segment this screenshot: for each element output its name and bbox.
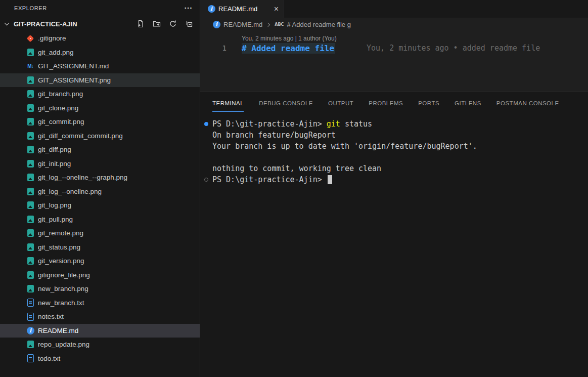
breadcrumb: README.md ABC # Added readme file g <box>200 18 588 31</box>
line-number: 1 <box>200 44 242 52</box>
file-label: git_init.png <box>38 160 71 167</box>
file-row-git-diff-commit-commit[interactable]: git_diff_commit_commit.png <box>0 129 200 143</box>
file-row-git-log-oneline[interactable]: git_log_--oneline.png <box>0 185 200 199</box>
collapse-folders-icon <box>185 20 193 28</box>
vscode-window: EXPLORER ⋯ GIT-PRACTICE-AJIN <box>0 0 588 377</box>
file-label: new_branch.png <box>38 285 88 292</box>
terminal-command-line: PS D:\git-practice-Ajin> git status <box>200 118 588 130</box>
file-row-git-status[interactable]: git_status.png <box>0 240 200 255</box>
file-label: notes.txt <box>38 313 64 320</box>
file-label: git_clone.png <box>38 104 78 112</box>
image-file-icon <box>26 132 34 140</box>
panel-tabbar: TERMINAL DEBUG CONSOLE OUTPUT PROBLEMS P… <box>200 92 588 113</box>
gitlens-codelens[interactable]: You, 2 minutes ago | 1 author (You) <box>200 31 588 42</box>
file-row-gitignore-file[interactable]: gitignore_file.png <box>0 268 200 282</box>
explorer-title: EXPLORER <box>14 5 47 11</box>
terminal-prompt: PS D:\git-practice-Ajin> <box>212 174 327 185</box>
root-folder-label: GIT-PRACTICE-AJIN <box>14 20 77 28</box>
file-row-git-assignment-md[interactable]: GIT_ASSIGNMENT.md <box>0 59 200 73</box>
file-row-git-diff[interactable]: git_diff.png <box>0 143 200 157</box>
editor-tabbar: README.md × <box>200 0 588 18</box>
image-file-icon <box>26 187 34 195</box>
image-file-icon <box>26 285 34 293</box>
image-file-icon <box>26 271 34 279</box>
terminal-output-text: On branch feature/bugReport <box>212 130 336 141</box>
file-row-readme[interactable]: README.md <box>0 324 200 338</box>
file-row-git-add[interactable]: git_add.png <box>0 46 200 60</box>
file-row-gitignore[interactable]: .gitignore <box>0 31 200 46</box>
image-file-icon <box>26 76 34 84</box>
tab-gitlens[interactable]: GITLENS <box>455 94 481 112</box>
image-file-icon <box>26 229 34 237</box>
explorer-sidebar: EXPLORER ⋯ GIT-PRACTICE-AJIN <box>0 0 200 377</box>
tab-problems[interactable]: PROBLEMS <box>369 94 403 112</box>
explorer-header: EXPLORER ⋯ <box>0 0 200 16</box>
tab-readme[interactable]: README.md × <box>200 0 284 18</box>
info-icon <box>26 326 34 334</box>
file-label: todo.txt <box>38 355 60 362</box>
command-decoration <box>200 178 212 182</box>
image-file-icon <box>26 243 34 251</box>
info-icon <box>212 21 220 29</box>
file-row-git-pull[interactable]: git_pull.png <box>0 213 200 227</box>
file-label: .gitignore <box>38 34 66 42</box>
file-row-git-log[interactable]: git_log.png <box>0 198 200 213</box>
file-list: .gitignore git_add.png GIT_ASSIGNMENT.md… <box>0 31 200 377</box>
more-actions-icon[interactable]: ⋯ <box>184 6 193 11</box>
command-success-dot-icon <box>204 122 208 126</box>
file-label: repo_update.png <box>38 341 89 348</box>
tab-output[interactable]: OUTPUT <box>328 94 353 112</box>
breadcrumb-file[interactable]: README.md <box>223 21 262 28</box>
file-label: new_branch.txt <box>38 299 84 307</box>
refresh-icon <box>169 20 177 28</box>
file-row-notes[interactable]: notes.txt <box>0 310 200 324</box>
image-file-icon <box>26 341 34 349</box>
refresh-button[interactable] <box>168 19 177 28</box>
file-row-repo-update[interactable]: repo_update.png <box>0 338 200 352</box>
file-label: README.md <box>38 327 78 334</box>
tab-debug-console[interactable]: DEBUG CONSOLE <box>259 94 313 112</box>
command-decoration[interactable] <box>200 122 212 126</box>
file-row-new-branch-png[interactable]: new_branch.png <box>0 282 200 296</box>
image-file-icon <box>26 146 34 154</box>
git-icon <box>26 34 34 43</box>
image-file-icon <box>26 257 34 265</box>
command-pending-ring-icon <box>204 178 208 182</box>
tab-terminal[interactable]: TERMINAL <box>212 94 244 112</box>
breadcrumb-symbol[interactable]: # Added readme file g <box>287 21 350 28</box>
file-row-git-remote[interactable]: git_remote.png <box>0 226 200 240</box>
file-row-todo[interactable]: todo.txt <box>0 352 200 366</box>
file-row-git-clone[interactable]: git_clone.png <box>0 101 200 115</box>
bottom-panel: TERMINAL DEBUG CONSOLE OUTPUT PROBLEMS P… <box>200 92 588 377</box>
file-row-git-commit[interactable]: git_commit.png <box>0 115 200 129</box>
chevron-right-icon <box>266 22 270 26</box>
new-folder-button[interactable] <box>152 19 161 28</box>
file-label: git_status.png <box>38 243 80 251</box>
file-row-git-branch[interactable]: git_branch.png <box>0 87 200 101</box>
terminal-output-line: On branch feature/bugReport <box>200 130 588 141</box>
new-file-button[interactable] <box>136 19 145 28</box>
file-row-git-version[interactable]: git_version.png <box>0 254 200 268</box>
image-file-icon <box>26 159 34 167</box>
tab-ports[interactable]: PORTS <box>418 94 439 112</box>
file-row-new-branch-txt[interactable]: new_branch.txt <box>0 296 200 310</box>
file-row-git-assignment-png[interactable]: GIT_ASSIGNMENT.png <box>0 73 200 88</box>
text-file-icon <box>26 313 34 321</box>
info-icon <box>207 5 215 13</box>
editor-pane[interactable]: You, 2 minutes ago | 1 author (You) 1 # … <box>200 31 588 92</box>
terminal-prompt-line[interactable]: PS D:\git-practice-Ajin> <box>200 174 588 185</box>
file-label: gitignore_file.png <box>38 271 90 279</box>
root-folder-row[interactable]: GIT-PRACTICE-AJIN <box>0 16 200 31</box>
new-file-icon <box>137 20 145 28</box>
file-label: git_pull.png <box>38 216 73 223</box>
collapse-folders-button[interactable] <box>185 19 194 28</box>
file-label: git_commit.png <box>38 118 84 125</box>
file-row-git-log-oneline-graph[interactable]: git_log_--oneline_--graph.png <box>0 171 200 185</box>
chevron-down-icon <box>5 21 10 26</box>
close-icon[interactable]: × <box>274 6 279 13</box>
file-label: git_diff.png <box>38 146 71 153</box>
tab-postman-console[interactable]: POSTMAN CONSOLE <box>496 94 559 112</box>
terminal[interactable]: PS D:\git-practice-Ajin> git status On b… <box>200 113 588 377</box>
folder-actions <box>136 19 194 28</box>
file-row-git-init[interactable]: git_init.png <box>0 157 200 171</box>
